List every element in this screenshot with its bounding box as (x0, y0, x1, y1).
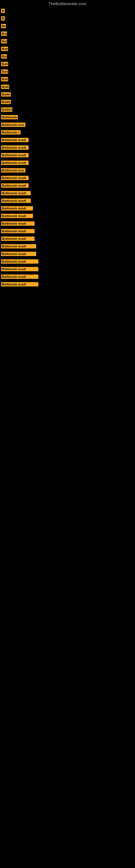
bar-label: Bottleneck result (1, 145, 29, 150)
bar-row: Bott (0, 45, 135, 53)
bar-label: Bot (1, 39, 7, 43)
bar-row: Bottleneck (0, 113, 135, 121)
bar-row: Bottleneck result (0, 151, 135, 159)
bar-label: Bottleneck result (1, 275, 38, 279)
bar-label: Bottleneck result (1, 237, 35, 241)
bar-row: Bottleneck result (0, 265, 135, 273)
bar-row: Bottleneck result (0, 189, 135, 197)
bar-label: Bottleneck result (1, 252, 36, 256)
bar-label: Bottleneck result (1, 229, 35, 233)
bar-row: Bottleneck result (0, 182, 135, 189)
bar-row: Bott (0, 68, 135, 75)
bar-label: Bottleneck result (1, 191, 31, 195)
bar-row: Bottlen (0, 106, 135, 113)
bar-row: Bottleneck resu (0, 166, 135, 174)
bar-label: Bottleneck result (1, 198, 31, 203)
bar-row: Bottleneck result (0, 174, 135, 182)
bar-label: Bottleneck result (1, 282, 38, 286)
bars-container: BBBoBotBotBottBotBottBottBottBottlBottle… (0, 7, 135, 288)
bar-label: B (1, 16, 5, 21)
bar-label: Bottle (1, 100, 11, 104)
bar-label: Bottleneck resu (1, 168, 26, 173)
bar-label: Bottlen (1, 107, 12, 112)
bar-row: Bott (0, 60, 135, 68)
bar-row: Bottleneck result (0, 205, 135, 212)
bar-label: Bott (1, 62, 8, 66)
bar-row: Bottleneck resu (0, 121, 135, 129)
bar-label: Bottl (1, 85, 9, 89)
bar-label: B (1, 9, 5, 13)
bar-row: Bottleneck result (0, 212, 135, 220)
bar-label: Bottleneck result (1, 153, 29, 157)
bar-label: Bottleneck result (1, 176, 29, 180)
bar-label: Bottleneck result (1, 267, 38, 271)
bar-label: Bott (1, 69, 8, 74)
bar-label: Bottleneck result (1, 206, 33, 211)
bar-label: Bottleneck result (1, 138, 29, 142)
bar-row: Bottle (0, 98, 135, 106)
bar-label: Bottleneck result (1, 259, 38, 264)
bar-row: Bottleneck result (0, 250, 135, 258)
bar-label: Bottleneck result (1, 221, 35, 226)
bar-label: Bottleneck result (1, 161, 29, 165)
bar-row: Bottleneck result (0, 159, 135, 166)
bar-row: Bottleneck result (0, 258, 135, 265)
bar-row: Bott (0, 75, 135, 83)
bar-row: Bottleneck result (0, 220, 135, 227)
site-title: TheBottlenecker.com (0, 0, 135, 7)
bar-row: Bot (0, 53, 135, 60)
bar-row: Bo (0, 22, 135, 30)
bar-row: Bottleneck result (0, 227, 135, 235)
bar-row: Bot (0, 37, 135, 45)
bar-label: Bottleneck resu (1, 123, 26, 127)
bar-row: Bottleneck result (0, 197, 135, 205)
bar-label: Bottleneck r (1, 130, 20, 134)
bar-label: Bottleneck result (1, 183, 29, 188)
bar-row: B (0, 7, 135, 14)
bar-label: Bottleneck (1, 115, 18, 119)
bar-label: Bot (1, 54, 7, 59)
bar-label: Bot (1, 31, 7, 36)
bar-label: Bott (1, 77, 8, 82)
bar-label: Bottle (1, 92, 11, 97)
bar-label: Bottleneck result (1, 214, 33, 218)
bar-row: B (0, 14, 135, 22)
bar-row: Bottle (0, 91, 135, 98)
bar-row: Bottleneck r (0, 129, 135, 136)
bar-row: Bottl (0, 83, 135, 91)
bar-row: Bottleneck result (0, 243, 135, 250)
bar-row: Bot (0, 30, 135, 37)
bar-label: Bottleneck result (1, 244, 36, 248)
bar-label: Bott (1, 46, 8, 51)
bar-row: Bottleneck result (0, 280, 135, 288)
bar-row: Bottleneck result (0, 136, 135, 144)
bar-row: Bottleneck result (0, 144, 135, 151)
bar-label: Bo (1, 24, 6, 28)
bar-row: Bottleneck result (0, 235, 135, 243)
bar-row: Bottleneck result (0, 273, 135, 280)
